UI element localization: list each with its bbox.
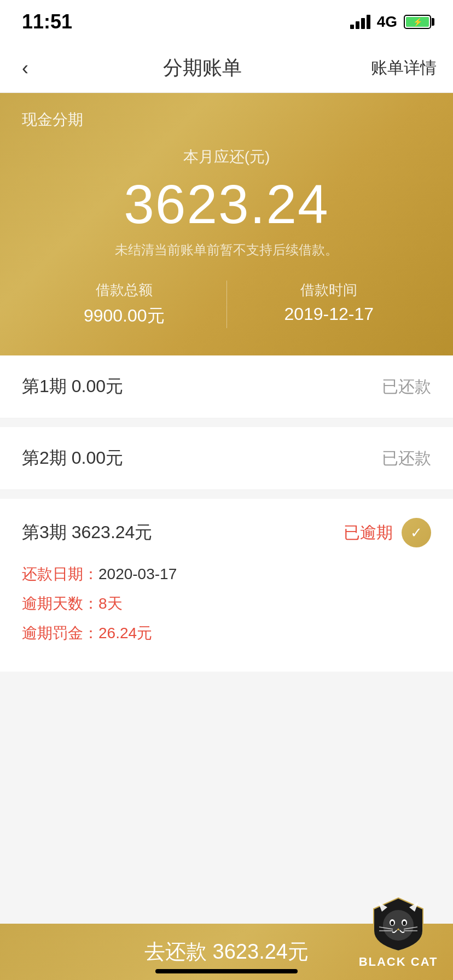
loan-amount-label: 借款总额 — [22, 281, 226, 300]
overdue-badge: 已逾期 ✓ — [344, 518, 431, 547]
due-date-value: 2020-03-17 — [98, 565, 177, 582]
installment-row-1: 第1期 0.00元 已还款 — [0, 355, 453, 418]
home-indicator — [155, 969, 298, 973]
installment-1-status: 已还款 — [382, 376, 431, 398]
overdue-days-row: 逾期天数：8天 — [22, 593, 431, 614]
svg-point-6 — [403, 921, 406, 925]
hero-section: 现金分期 本月应还(元) 3623.24 未结清当前账单前暂不支持后续借款。 借… — [0, 93, 453, 355]
black-cat-text: BLACK CAT — [359, 955, 438, 969]
nav-bar: ‹ 分期账单 账单详情 — [0, 44, 453, 93]
loan-date-stat: 借款时间 2019-12-17 — [227, 281, 432, 328]
status-bar: 11:51 4G ⚡ — [0, 0, 453, 44]
page-title: 分期账单 — [163, 55, 242, 81]
installment-1-label: 第1期 0.00元 — [22, 375, 123, 399]
hero-amount: 3623.24 — [22, 173, 431, 236]
black-cat-watermark: BLACK CAT — [344, 892, 453, 980]
overdue-status: 已逾期 — [344, 522, 393, 544]
month-label: 本月应还(元) — [22, 147, 431, 167]
status-time: 11:51 — [22, 10, 72, 33]
bill-detail-link[interactable]: 账单详情 — [371, 57, 437, 79]
network-label: 4G — [377, 13, 397, 31]
svg-point-2 — [383, 910, 414, 941]
overdue-days-value: 8天 — [98, 595, 123, 612]
gray-space — [0, 672, 453, 836]
status-icons: 4G ⚡ — [350, 13, 431, 31]
hero-stats: 借款总额 9900.00元 借款时间 2019-12-17 — [22, 281, 431, 328]
pay-label: 去还款 — [144, 940, 207, 963]
due-date-label: 还款日期： — [22, 565, 98, 582]
overdue-days-label: 逾期天数： — [22, 595, 98, 612]
installment-3-label: 第3期 3623.24元 — [22, 521, 152, 545]
black-cat-logo-icon — [368, 895, 428, 953]
svg-point-5 — [391, 921, 394, 925]
installment-2-status: 已还款 — [382, 447, 431, 470]
due-date-row: 还款日期：2020-03-17 — [22, 564, 431, 585]
overdue-fine-label: 逾期罚金： — [22, 625, 98, 641]
overdue-check-icon: ✓ — [402, 518, 431, 547]
loan-date-label: 借款时间 — [227, 281, 432, 300]
loan-amount-value: 9900.00元 — [22, 304, 226, 328]
pay-button-text: 去还款 3623.24元 — [144, 938, 309, 966]
installment-row-2: 第2期 0.00元 已还款 — [0, 427, 453, 490]
installment-2-label: 第2期 0.00元 — [22, 446, 123, 470]
overdue-details: 还款日期：2020-03-17 逾期天数：8天 逾期罚金：26.24元 — [22, 564, 431, 672]
overdue-fine-row: 逾期罚金：26.24元 — [22, 623, 431, 644]
signal-icon — [350, 15, 370, 29]
pay-amount: 3623.24元 — [213, 940, 309, 963]
hero-notice: 未结清当前账单前暂不支持后续借款。 — [22, 241, 431, 259]
overdue-section: 第3期 3623.24元 已逾期 ✓ 还款日期：2020-03-17 逾期天数：… — [0, 499, 453, 672]
overdue-fine-value: 26.24元 — [98, 625, 152, 641]
battery-icon: ⚡ — [404, 15, 431, 29]
back-button[interactable]: ‹ — [16, 51, 34, 85]
overdue-header: 第3期 3623.24元 已逾期 ✓ — [22, 518, 431, 547]
loan-date-value: 2019-12-17 — [227, 304, 432, 324]
installment-row-3: 第3期 3623.24元 已逾期 ✓ 还款日期：2020-03-17 逾期天数：… — [0, 499, 453, 672]
section-label: 现金分期 — [22, 109, 431, 130]
loan-amount-stat: 借款总额 9900.00元 — [22, 281, 226, 328]
